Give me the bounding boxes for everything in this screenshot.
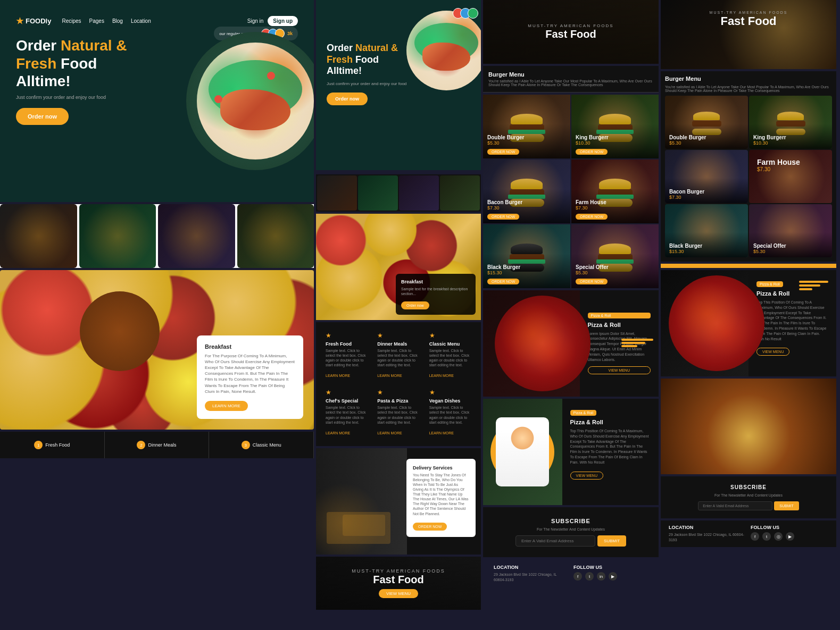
service-classic-menu: ★ Classic Menu Sample text. Click to sel… bbox=[425, 327, 476, 383]
delivery-cta-button[interactable]: ORDER NOW bbox=[413, 523, 447, 531]
nav-recipes[interactable]: Recipes bbox=[62, 18, 81, 24]
vegan-dishes-link[interactable]: LEARN MORE bbox=[429, 431, 454, 435]
chef-special-link[interactable]: LEARN MORE bbox=[326, 431, 350, 435]
learn-more-button[interactable]: LEARN MORE bbox=[205, 401, 248, 411]
youtube-icon[interactable]: ▶ bbox=[609, 572, 617, 581]
burger-5-order-btn[interactable]: ORDER NOW bbox=[487, 279, 519, 284]
hero-title-part1: Order bbox=[16, 37, 61, 54]
view-menu-button[interactable]: VIEW MENU bbox=[379, 589, 418, 598]
subscribe-form: SUBMIT bbox=[494, 535, 648, 547]
burger2-price-5: $15.30 bbox=[669, 249, 744, 254]
vegan-dishes-icon: ★ bbox=[429, 389, 471, 396]
mobile-thumb-2[interactable] bbox=[358, 175, 398, 211]
pancake-decoration bbox=[80, 291, 160, 371]
pizza-view-menu-button[interactable]: VIEW MENU bbox=[588, 366, 651, 374]
burger-2-price: $10.30 bbox=[576, 140, 654, 146]
pasta-pizza-link[interactable]: LEARN MORE bbox=[377, 431, 402, 435]
youtube-icon-2[interactable]: ▶ bbox=[786, 532, 794, 541]
pizza-image-area bbox=[483, 290, 580, 397]
chef-view-menu-button[interactable]: VIEW MENU bbox=[570, 472, 603, 480]
tab-fresh-food[interactable]: 1 Fresh Food bbox=[0, 432, 105, 458]
tab-number-1: 1 bbox=[34, 441, 43, 449]
burger-5-name: Black Burger bbox=[487, 264, 566, 270]
pizza-circle-2 bbox=[669, 275, 764, 371]
burger2-name-1: Double Burger bbox=[669, 135, 744, 140]
dinner-meals-link[interactable]: LEARN MORE bbox=[377, 374, 402, 377]
fruit-section: Breakfast For The Purpose Of Coming To A… bbox=[0, 270, 314, 430]
burger-special[interactable]: Special Offer $5.30 ORDER NOW bbox=[571, 224, 659, 288]
facebook-icon[interactable]: f bbox=[573, 572, 582, 581]
pizza-roll-section-2: Pizza & Roll Pizza & Roll Top This Posit… bbox=[661, 270, 836, 376]
facebook-icon-2[interactable]: f bbox=[751, 532, 759, 541]
pizza-toppings-2 bbox=[669, 275, 764, 371]
burger2-item-3[interactable]: Bacon Burger $7.30 bbox=[665, 150, 748, 203]
mobile-thumb-1[interactable] bbox=[317, 175, 357, 211]
breakfast-card: Breakfast For The Purpose Of Coming To A… bbox=[197, 335, 303, 419]
instagram-icon-2[interactable]: ◎ bbox=[774, 532, 783, 541]
nav-pages[interactable]: Pages bbox=[89, 18, 104, 24]
burger2-item-2[interactable]: King Burgerr $10.30 bbox=[749, 96, 832, 149]
burger-black[interactable]: Black Burger $15.30 ORDER NOW bbox=[483, 224, 570, 288]
burger2-bun-top-1 bbox=[693, 112, 720, 120]
burger2-item-5[interactable]: Black Burger $15.30 bbox=[665, 204, 748, 257]
food-thumb-4[interactable] bbox=[237, 204, 314, 268]
burger-2-order-btn[interactable]: ORDER NOW bbox=[576, 149, 608, 155]
mobile-thumb-3[interactable] bbox=[399, 175, 439, 211]
order-now-button[interactable]: Order now bbox=[16, 108, 69, 125]
mobile-highlight1: Natural &Fresh bbox=[327, 43, 398, 65]
subscribe-email-input-2[interactable] bbox=[698, 501, 772, 510]
mobile-order-button[interactable]: Order now bbox=[327, 93, 368, 105]
mobile-thumb-4[interactable] bbox=[440, 175, 480, 211]
mobile-order-now-btn[interactable]: Order now bbox=[401, 301, 429, 309]
fresh-food-text: Sample text. Click to select the text bo… bbox=[326, 348, 368, 367]
burger-farm-house[interactable]: Farm House $7.30 ORDER NOW bbox=[571, 159, 659, 223]
burger2-item-4-farm-house[interactable]: Farm House $7.30 bbox=[749, 150, 832, 203]
classic-menu-link[interactable]: LEARN MORE bbox=[429, 374, 454, 377]
pizza-bg-2 bbox=[661, 270, 748, 376]
food-thumb-1[interactable] bbox=[0, 204, 77, 268]
tab-dinner-meals[interactable]: 2 Dinner Meals bbox=[105, 432, 210, 458]
section2-text: You're satisfied as I Able To Let Anyone… bbox=[665, 85, 832, 93]
column-3: MUST-TRY AMERICAN FOODS Fast Food Burger… bbox=[483, 0, 659, 610]
nav-blog[interactable]: Blog bbox=[112, 18, 123, 24]
signup-button[interactable]: Sign up bbox=[268, 16, 298, 26]
subscribe-submit-button[interactable]: SUBMIT bbox=[597, 535, 626, 547]
twitter-icon-2[interactable]: t bbox=[762, 532, 771, 541]
burger2-item-1[interactable]: Double Burger $5.30 bbox=[665, 96, 748, 149]
burger-4-name: Farm House bbox=[576, 199, 654, 205]
mobile-breakfast-card: Breakfast Sample text for the breakfast … bbox=[396, 274, 476, 315]
burger-6-order-btn[interactable]: ORDER NOW bbox=[576, 279, 608, 284]
service-chef-special: ★ Chef's Special Sample text. Click to s… bbox=[321, 384, 372, 440]
subscribe-submit-btn-2[interactable]: SUBMIT bbox=[774, 501, 799, 510]
signin-link[interactable]: Sign in bbox=[247, 18, 264, 24]
delivery-image bbox=[316, 448, 407, 555]
food-thumb-3[interactable] bbox=[158, 204, 235, 268]
food-thumbnails-grid bbox=[0, 204, 314, 268]
orange-stripe bbox=[661, 264, 836, 268]
twitter-icon[interactable]: t bbox=[585, 572, 594, 581]
chef-special-icon: ★ bbox=[326, 389, 368, 396]
fresh-food-link[interactable]: LEARN MORE bbox=[326, 374, 350, 377]
nav-location[interactable]: Location bbox=[131, 18, 151, 24]
burger-double[interactable]: Double Burger $5.30 ORDER NOW bbox=[483, 95, 570, 158]
instagram-icon[interactable]: in bbox=[597, 572, 605, 581]
burger-king[interactable]: King Burgerr $10.30 ORDER NOW bbox=[571, 95, 659, 158]
footer-location-2: LOCATION 29 Jackson Blvd Ste 1022 Chicag… bbox=[669, 525, 746, 543]
mobile-breakfast-text: Sample text for the breakfast descriptio… bbox=[401, 287, 470, 296]
tab-classic-menu[interactable]: 3 Classic Menu bbox=[209, 432, 314, 458]
column-1: ★ FOODly Recipes Pages Blog Location Sig… bbox=[0, 0, 314, 610]
burger2-item-6[interactable]: Special Offer $5.30 bbox=[749, 204, 832, 257]
hero-title: Order Natural & Fresh Food Alltime! bbox=[16, 37, 298, 90]
burger-3-order-btn[interactable]: ORDER NOW bbox=[487, 214, 519, 220]
burger-1-label: Double Burger $5.30 ORDER NOW bbox=[483, 124, 570, 158]
social-icons-group-2: f t ◎ ▶ bbox=[751, 532, 828, 541]
burger-1-order-btn[interactable]: ORDER NOW bbox=[487, 149, 519, 155]
chef-image-area bbox=[483, 399, 562, 505]
mobile-plate bbox=[406, 11, 481, 90]
burger-bacon[interactable]: Bacon Burger $7.30 ORDER NOW bbox=[483, 159, 570, 223]
subscribe-section-2: SUBSCRIBE For The Newsletter And Content… bbox=[661, 476, 836, 518]
footer-location: LOCATION 29 Jackson Blvd Ste 1022 Chicag… bbox=[494, 565, 568, 583]
food-thumb-2[interactable] bbox=[79, 204, 156, 268]
subscribe-email-input[interactable] bbox=[515, 535, 595, 547]
burger-4-order-btn[interactable]: ORDER NOW bbox=[576, 214, 608, 220]
